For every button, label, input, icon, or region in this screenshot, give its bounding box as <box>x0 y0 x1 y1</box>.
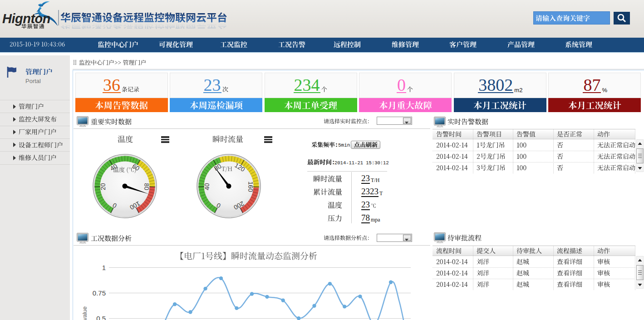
svg-text:40: 40 <box>203 183 210 190</box>
svg-text:80: 80 <box>143 183 150 190</box>
svg-text:160: 160 <box>247 181 255 192</box>
svg-text:20: 20 <box>99 183 106 190</box>
